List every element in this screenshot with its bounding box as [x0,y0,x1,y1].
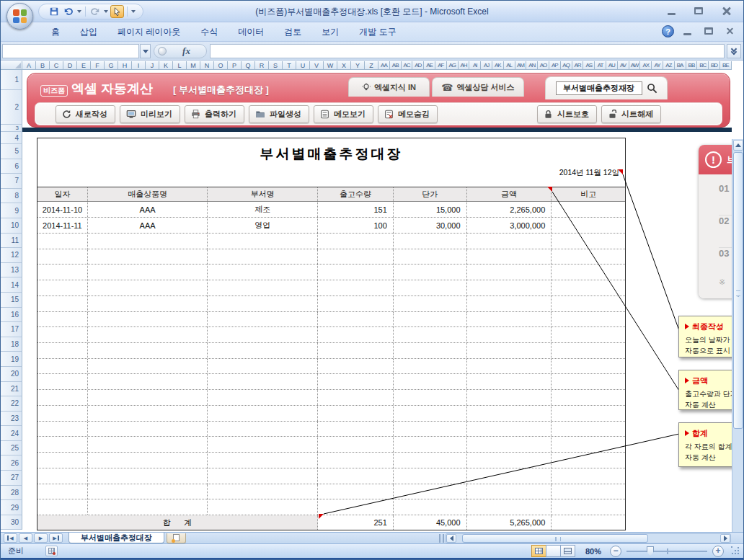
row-header[interactable]: 1 [1,70,22,90]
cell-amount[interactable]: 2,265,000 [467,202,552,217]
table-empty-cell[interactable] [88,312,208,327]
tab-excel-knowledge[interactable]: 엑셀지식 IN [348,77,430,97]
table-empty-cell[interactable] [467,406,552,421]
row-header[interactable]: 17 [1,322,22,337]
column-header[interactable]: R [255,61,269,70]
column-header[interactable]: AR [572,61,584,70]
scroll-left-button[interactable] [446,534,456,543]
table-empty-cell[interactable] [208,453,318,468]
table-empty-cell[interactable] [467,296,552,311]
table-empty-cell[interactable] [37,499,88,515]
ribbon-tab[interactable]: 데이터 [228,22,274,42]
table-empty-cell[interactable] [318,343,394,358]
table-empty-cell[interactable] [208,359,318,374]
horizontal-scroll-thumb[interactable] [462,534,648,543]
close-button[interactable] [719,6,735,17]
table-empty-cell[interactable] [208,422,318,437]
table-empty-cell[interactable] [467,265,552,280]
table-empty-cell[interactable] [88,249,208,265]
column-header[interactable]: BE [720,61,732,70]
table-empty-cell[interactable] [394,406,467,421]
column-header[interactable]: AW [629,61,641,70]
column-header[interactable]: M [187,61,200,70]
file-create-button[interactable]: 파일생성 [249,105,309,123]
table-empty-cell[interactable] [37,249,88,265]
minimize-button[interactable] [664,6,680,17]
table-empty-cell[interactable] [318,234,394,249]
table-empty-cell[interactable] [394,296,467,311]
row-header[interactable]: 10 [1,218,22,234]
table-empty-cell[interactable] [467,390,552,405]
row-header[interactable]: 11 [1,234,22,249]
row-header[interactable]: 13 [1,263,22,278]
table-empty-cell[interactable] [394,390,467,405]
column-header[interactable]: AN [526,61,538,70]
table-empty-cell[interactable] [208,327,318,342]
row-header[interactable]: 25 [1,441,22,456]
table-empty-cell[interactable] [467,343,552,358]
next-sheet-button[interactable]: ▶ [34,533,48,543]
table-empty-cell[interactable] [208,406,318,421]
worksheet-area[interactable]: 비즈폼 엑셀 자동계산 [ 부서별매출추정대장 ] 엑셀지식 IN ☎ 엑셀상담… [22,70,732,532]
table-empty-cell[interactable] [37,468,88,484]
column-header[interactable]: Z [365,61,378,70]
table-empty-cell[interactable] [37,437,88,452]
column-header[interactable]: S [269,61,283,70]
table-empty-cell[interactable] [88,374,208,389]
table-empty-cell[interactable] [394,437,467,452]
cell-date[interactable]: 2014-11-10 [37,202,88,217]
table-empty-cell[interactable] [467,234,552,249]
table-empty-cell[interactable] [552,359,625,374]
table-empty-cell[interactable] [318,437,394,452]
table-empty-cell[interactable] [394,422,467,437]
table-empty-cell[interactable] [208,484,318,499]
column-header[interactable]: X [337,61,351,70]
document-title[interactable]: 부서별매출추정대장 [37,145,625,164]
column-header[interactable]: AK [492,61,504,70]
office-button[interactable] [6,3,33,30]
table-empty-cell[interactable] [467,312,552,327]
row-header[interactable]: 22 [1,396,22,412]
table-empty-cell[interactable] [208,312,318,327]
search-icon[interactable] [647,83,657,94]
table-empty-cell[interactable] [467,468,552,484]
table-empty-cell[interactable] [552,390,625,405]
column-header[interactable]: AL [504,61,515,70]
table-empty-cell[interactable] [552,327,625,342]
vertical-scroll-thumb[interactable] [733,152,743,429]
table-empty-cell[interactable] [552,296,625,311]
cell-qty[interactable]: 100 [318,218,394,233]
insert-function-button[interactable]: fx [154,44,207,58]
column-header[interactable]: H [118,61,132,70]
view-break-button[interactable] [560,545,575,557]
column-header[interactable]: J [146,61,159,70]
total-amount[interactable]: 5,265,000 [467,515,552,530]
scroll-right-button[interactable] [720,534,730,543]
row-header[interactable]: 14 [1,277,22,293]
last-sheet-button[interactable]: ▶ [49,533,63,543]
row-header[interactable]: 19 [1,352,22,367]
macro-record-button[interactable] [45,546,58,556]
memo-hide-button[interactable]: 메모숨김 [378,105,438,123]
table-empty-cell[interactable] [88,234,208,249]
table-header-cell[interactable]: 금액 [467,187,552,201]
column-header[interactable]: AM [515,61,527,70]
column-header[interactable]: AB [390,61,402,70]
column-header[interactable]: AT [595,61,606,70]
workbook-restore-button[interactable] [701,26,717,37]
column-header[interactable]: D [63,61,77,70]
resize-grip[interactable] [731,546,740,556]
table-empty-cell[interactable] [88,422,208,437]
table-header-cell[interactable]: 매출상품명 [88,187,208,201]
table-empty-cell[interactable] [37,296,88,311]
table-empty-cell[interactable] [394,327,467,342]
column-header[interactable]: K [159,61,173,70]
view-normal-button[interactable] [531,545,546,557]
column-header[interactable]: AH [459,61,470,70]
row-header[interactable]: 30 [1,515,22,530]
table-empty-cell[interactable] [88,468,208,484]
table-empty-cell[interactable] [394,453,467,468]
table-empty-cell[interactable] [394,484,467,499]
column-header[interactable]: AI [469,61,481,70]
table-empty-cell[interactable] [552,280,625,295]
